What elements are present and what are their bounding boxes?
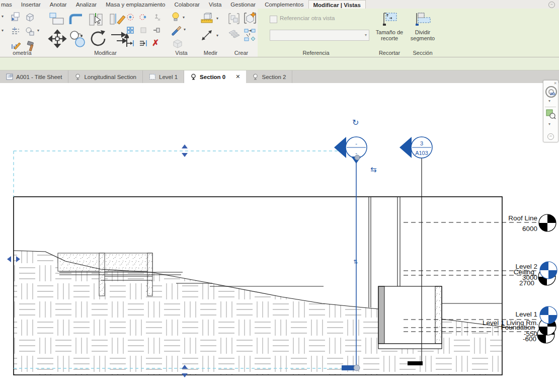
section-detail-number: 3	[420, 140, 423, 146]
level-value-extra[interactable]: -600	[523, 335, 536, 343]
measure-between-icon[interactable]	[200, 29, 213, 44]
ribbon-tab-insertar[interactable]: Insertar	[17, 0, 45, 9]
paintbrush-icon[interactable]	[171, 25, 182, 38]
section-view-icon	[74, 73, 81, 81]
trim-multiple-icon[interactable]	[139, 39, 148, 50]
rotate-box-icon[interactable]	[24, 26, 35, 39]
level-value-roof[interactable]: 6000	[522, 225, 537, 232]
ribbon-tab-masa[interactable]: Masa y emplazamiento	[101, 0, 170, 9]
dropdown-caret-icon[interactable]: ▾	[216, 17, 218, 21]
reference-other-view-label: Referenciar otra vista	[280, 15, 335, 21]
unpin-icon[interactable]	[152, 13, 161, 24]
lightbulb-icon[interactable]	[171, 12, 181, 24]
close-tab-icon[interactable]: ✕	[235, 73, 240, 80]
chevron-down-icon[interactable]: ▾	[548, 122, 550, 126]
drag-dot-handle[interactable]	[355, 155, 360, 160]
ribbon-tab-anotar[interactable]: Anotar	[45, 0, 71, 9]
show-box-icon[interactable]	[24, 12, 35, 25]
align-levels-icon[interactable]	[10, 26, 21, 39]
reference-other-view-checkbox[interactable]	[270, 16, 277, 23]
cycle-segment-icon[interactable]: ⇅	[353, 259, 358, 265]
zoom-icon[interactable]	[546, 109, 556, 119]
ribbon-tab-gestionar[interactable]: Gestionar	[226, 0, 260, 9]
level-marker-level2[interactable]	[540, 262, 557, 279]
dropdown-caret-icon[interactable]: ▾	[183, 16, 185, 20]
panel-label-referencia: Referencia	[258, 50, 374, 56]
chevron-down-icon[interactable]: ▾	[548, 99, 550, 103]
ribbon: ▾ ▾ ▾ ometría	[0, 9, 559, 57]
create-parts-icon[interactable]	[243, 28, 257, 45]
panel-label-recortar: Recortar	[374, 50, 405, 56]
match-type-icon[interactable]	[139, 26, 148, 37]
flip-section-icon[interactable]: ⇆	[370, 165, 377, 174]
panel-geometria: ▾ ▾ ▾ ometría	[0, 9, 45, 57]
revit-window: mas Insertar Anotar Analizar Masa y empl…	[0, 0, 559, 392]
panel-crear: Crear	[225, 9, 258, 57]
trim-extend-icon[interactable]	[126, 39, 135, 50]
foundation-section[interactable]	[378, 286, 442, 349]
level-label-level1[interactable]: Level 1	[515, 310, 537, 318]
level-marker-level1[interactable]	[540, 306, 557, 324]
ribbon-tab-analizar[interactable]: Analizar	[71, 0, 102, 9]
level-label-roof[interactable]: Roof Line	[508, 214, 537, 222]
options-bar	[0, 57, 559, 70]
dropdown-caret-icon[interactable]: ▾	[37, 29, 39, 33]
section-detail-empty: -	[355, 140, 357, 146]
drawing-canvas[interactable]: Roof Line 6000 Level 2 Ceiling 3000 2700…	[0, 83, 559, 392]
level-marker-roof[interactable]	[539, 214, 556, 231]
view-tab-title-sheet[interactable]: A001 - Title Sheet	[0, 70, 68, 83]
create-similar-icon[interactable]	[242, 11, 257, 28]
hidden-box-icon[interactable]	[172, 38, 184, 51]
ribbon-tab-vista[interactable]: Vista	[204, 0, 226, 9]
panel-label-seccion: Sección	[405, 50, 441, 56]
navigation-bar: ✕ 2D ▾ ▾ −	[543, 80, 558, 142]
section-view-icon	[252, 73, 259, 81]
reference-view-dropdown[interactable]: ▾	[270, 30, 369, 41]
chevron-down-icon: ▾	[365, 33, 367, 37]
view-tab-level-1[interactable]: Level 1	[143, 70, 184, 83]
split-segment-button[interactable]: Dividir segmento	[407, 12, 438, 41]
create-group-icon[interactable]	[227, 12, 241, 28]
sheet-icon	[6, 73, 13, 80]
ribbon-tab-sistemas[interactable]: mas	[0, 0, 17, 9]
rotate-icon[interactable]	[89, 29, 109, 51]
delete-icon[interactable]: ✗	[152, 38, 159, 48]
array-icon[interactable]	[126, 26, 135, 37]
move-icon[interactable]	[47, 29, 67, 51]
view-tab-longitudinal-section[interactable]: Longitudinal Section	[68, 70, 143, 83]
assembly-icon[interactable]	[227, 28, 242, 44]
dropdown-caret-icon[interactable]: ▾	[2, 29, 4, 33]
panel-label-medir: Medir	[196, 50, 225, 56]
ribbon-tab-complementos[interactable]: Complementos	[260, 0, 308, 9]
cope-icon[interactable]	[67, 12, 86, 29]
paste-icon[interactable]	[10, 12, 21, 25]
offset-icon[interactable]	[126, 13, 135, 24]
panel-label-crear: Crear	[225, 50, 258, 56]
measure-ruler-icon[interactable]	[200, 12, 213, 27]
dropdown-caret-icon[interactable]: ▾	[184, 28, 186, 32]
dropdown-caret-icon[interactable]: ▾	[2, 15, 4, 19]
ribbon-tab-colaborar[interactable]: Colaborar	[170, 0, 204, 9]
panel-label-vista: Vista	[167, 50, 196, 56]
level-value-ceiling[interactable]: 2700	[519, 279, 534, 287]
apply-coping-icon[interactable]	[109, 12, 127, 29]
cut-geometry-icon[interactable]	[88, 12, 107, 30]
rotate-control-icon[interactable]: ↻	[352, 118, 359, 127]
copy-icon[interactable]	[68, 30, 87, 50]
view-tab-section-0[interactable]: Section 0 ✕	[184, 70, 246, 83]
ribbon-minimize-icon[interactable]: −	[548, 2, 555, 8]
ribbon-tab-modificar-vistas[interactable]: Modificar | Vistas	[308, 0, 366, 9]
crop-size-button[interactable]: Tamaño de recorte	[374, 12, 405, 41]
navbar-collapse-icon[interactable]: −	[547, 133, 554, 140]
ribbon-filler	[441, 9, 559, 57]
navbar-close-icon[interactable]: ✕	[553, 81, 557, 86]
join-geometry-icon[interactable]	[48, 12, 65, 29]
pin-icon[interactable]	[152, 26, 161, 37]
dropdown-caret-icon[interactable]: ▾	[216, 34, 218, 38]
drag-dot-handle[interactable]	[354, 365, 360, 371]
ribbon-tab-row: mas Insertar Anotar Analizar Masa y empl…	[0, 0, 559, 9]
offset-copy-icon[interactable]	[139, 13, 148, 24]
view-tab-section-2[interactable]: Section 2	[246, 70, 292, 83]
wheel-2d-label: 2D	[550, 92, 555, 96]
view-tab-bar: A001 - Title Sheet Longitudinal Section …	[0, 70, 559, 83]
